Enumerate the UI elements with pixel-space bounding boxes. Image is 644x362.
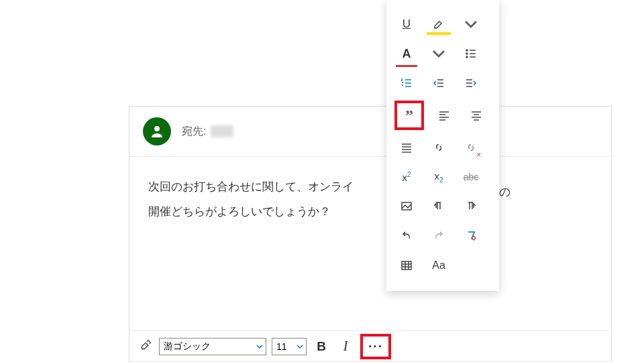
svg-point-1 <box>466 50 468 51</box>
x-badge-icon: ✕ <box>476 152 482 158</box>
bold-button[interactable]: B <box>312 337 331 356</box>
remove-link-button[interactable]: ✕ <box>459 135 483 160</box>
superscript-button[interactable]: x2 <box>394 165 419 189</box>
align-center-icon <box>470 109 483 122</box>
format-painter-button[interactable] <box>139 338 154 355</box>
font-color-button[interactable]: A <box>394 42 419 66</box>
insert-table-icon <box>400 259 413 272</box>
increase-indent-button[interactable] <box>459 71 483 95</box>
underline-icon: U <box>402 17 411 31</box>
chevron-down-icon <box>464 17 478 31</box>
subscript-button[interactable]: x2 <box>427 165 451 189</box>
clear-format-icon <box>464 229 478 243</box>
rtl-icon <box>464 200 478 213</box>
remove-link-icon <box>464 141 478 154</box>
insert-image-icon <box>400 200 413 213</box>
rtl-button[interactable] <box>459 194 483 219</box>
font-color-icon: A <box>402 47 411 61</box>
subscript-icon: x2 <box>434 170 443 184</box>
ltr-button[interactable] <box>427 194 451 219</box>
body-line-2: 開催どちらがよろしいでしょうか？ <box>148 199 592 224</box>
font-size-input[interactable] <box>272 339 294 355</box>
body-line-1: 次回のお打ち合わせに関して、オンライ <box>148 174 592 199</box>
person-icon <box>149 123 165 139</box>
align-left-icon <box>437 109 451 122</box>
highlight-color-button[interactable] <box>427 12 451 36</box>
more-formatting-button[interactable]: ··· <box>360 334 391 359</box>
recipient-label: 宛先: <box>182 125 206 137</box>
recipient-row[interactable]: 宛先: <box>182 125 233 139</box>
strikethrough-icon: abc <box>464 172 479 182</box>
align-justify-icon <box>400 141 413 154</box>
font-color-dropdown[interactable] <box>427 42 451 66</box>
formatting-popup: U A <box>386 0 499 291</box>
change-case-icon: Aa <box>432 259 445 272</box>
svg-point-3 <box>466 53 468 54</box>
bulleted-list-icon <box>464 47 478 60</box>
compose-card: 宛先: 次回のお打ち合わせに関して、オンライ 開催どちらがよろしいでしょうか？ <box>129 106 612 362</box>
clear-formatting-button[interactable] <box>459 224 483 248</box>
chevron-down-icon[interactable] <box>254 343 266 350</box>
font-name-input[interactable] <box>160 339 254 355</box>
format-toolbar: B I ··· <box>129 330 611 361</box>
svg-rect-32 <box>402 261 411 269</box>
link-icon <box>432 141 445 154</box>
format-painter-icon <box>139 338 154 353</box>
numbered-list-button[interactable] <box>394 71 419 95</box>
recipient-name-redacted <box>211 125 233 137</box>
font-size-combo[interactable] <box>272 338 307 355</box>
decrease-indent-button[interactable] <box>427 71 451 95</box>
insert-table-button[interactable] <box>394 253 419 278</box>
blockquote-button[interactable]: ” <box>394 101 424 130</box>
avatar <box>143 117 171 145</box>
strikethrough-button[interactable]: abc <box>459 165 483 189</box>
align-left-button[interactable] <box>432 103 456 127</box>
superscript-icon: x2 <box>402 171 411 183</box>
increase-indent-icon <box>464 76 478 90</box>
svg-point-5 <box>466 56 468 58</box>
undo-button[interactable] <box>394 224 419 248</box>
body-trailing-text: の <box>499 184 511 200</box>
change-case-button[interactable]: Aa <box>427 253 451 278</box>
redo-button[interactable] <box>427 224 451 248</box>
align-center-button[interactable] <box>464 103 488 127</box>
redo-icon <box>432 229 445 243</box>
highlighter-icon <box>432 17 445 31</box>
italic-button[interactable]: I <box>336 337 355 356</box>
highlight-color-dropdown[interactable] <box>459 12 483 36</box>
insert-image-button[interactable] <box>394 194 419 219</box>
undo-icon <box>400 229 413 243</box>
compose-header: 宛先: <box>129 107 611 157</box>
chevron-down-icon <box>432 47 445 60</box>
underline-button[interactable]: U <box>394 12 419 36</box>
bulleted-list-button[interactable] <box>459 42 483 66</box>
chevron-down-icon[interactable] <box>294 343 306 350</box>
ltr-icon <box>432 200 445 213</box>
insert-link-button[interactable] <box>427 135 451 160</box>
decrease-indent-icon <box>432 76 445 90</box>
compose-body[interactable]: 次回のお打ち合わせに関して、オンライ 開催どちらがよろしいでしょうか？ <box>129 157 611 242</box>
quote-icon: ” <box>405 107 413 125</box>
svg-point-0 <box>154 126 160 131</box>
numbered-list-icon <box>400 76 413 90</box>
align-justify-button[interactable] <box>394 135 419 160</box>
font-name-combo[interactable] <box>159 338 266 355</box>
